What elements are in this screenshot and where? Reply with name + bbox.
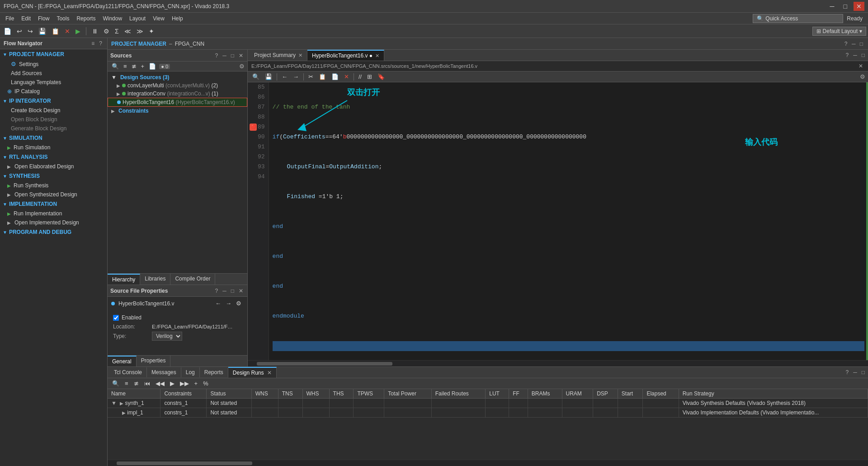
tab-design-runs[interactable]: Design Runs ✕ <box>228 367 277 378</box>
nav-section-header-rtl-analysis[interactable]: ▼ RTL ANALYSIS <box>0 152 107 162</box>
delete-button[interactable]: ✕ <box>63 27 72 36</box>
redo-button[interactable]: ↪ <box>26 27 35 36</box>
menu-flow[interactable]: Flow <box>34 14 53 23</box>
tab-compile-order[interactable]: Compile Order <box>170 274 215 285</box>
tool2-button[interactable]: ≫ <box>135 27 145 36</box>
copy-button[interactable]: 📋 <box>50 27 61 36</box>
dr-percent-button[interactable]: % <box>201 379 210 388</box>
code-content[interactable]: // the end of the tanh if(Coefficients==… <box>269 82 868 360</box>
tab-project-summary[interactable]: Project Summary ✕ <box>250 50 307 60</box>
sources-help-button[interactable]: ? <box>214 52 220 59</box>
editor-cut-button[interactable]: ✂ <box>307 72 315 81</box>
nav-item-generate-block-design[interactable]: Generate Block Design <box>0 124 107 133</box>
editor-forward-button[interactable]: → <box>291 72 301 81</box>
bottom-panel-minimize[interactable]: ─ <box>852 369 859 376</box>
sources-search-button[interactable]: 🔍 <box>110 62 120 70</box>
nav-section-header-ip-integrator[interactable]: ▼ IP INTEGRATOR <box>0 96 107 106</box>
pm-maximize-button[interactable]: □ <box>859 40 864 48</box>
sfp-tab-general[interactable]: General <box>108 356 137 366</box>
close-button[interactable]: ✕ <box>854 2 864 11</box>
editor-hscrollbar[interactable] <box>248 360 868 366</box>
nav-item-run-implementation[interactable]: ▶ Run Implementation <box>0 209 107 218</box>
table-row-impl1[interactable]: ▶ impl_1 constrs_1 Not started <box>108 408 868 418</box>
tool3-button[interactable]: ✦ <box>147 27 156 36</box>
nav-section-header-implementation[interactable]: ▼ IMPLEMENTATION <box>0 199 107 209</box>
nav-item-settings[interactable]: ⚙ Settings <box>0 59 107 69</box>
editor-comment-button[interactable]: // <box>357 72 363 81</box>
tree-item-integrationconv[interactable]: ▶ integrationConv (integrationCo...v) (1… <box>108 90 247 98</box>
nav-item-open-synthesized-design[interactable]: ▶ Open Synthesized Design <box>0 190 107 199</box>
dr-collapse-button[interactable]: ≡ <box>123 379 130 388</box>
nav-item-run-simulation[interactable]: ▶ Run Simulation <box>0 143 107 152</box>
menu-layout[interactable]: Layout <box>126 14 149 23</box>
flow-nav-ctrl2[interactable]: ? <box>98 40 104 47</box>
nav-item-language-templates[interactable]: Language Templates <box>0 78 107 87</box>
sfp-type-select[interactable]: Verilog <box>152 332 182 341</box>
tab-reports[interactable]: Reports <box>200 367 228 377</box>
tab-log[interactable]: Log <box>181 367 200 377</box>
sfp-enabled-checkbox[interactable] <box>113 315 119 321</box>
sources-settings-button[interactable]: ⚙ <box>239 63 245 70</box>
tree-item-hyperbolictangent[interactable]: HyperBolicTangent16 (HyperBolicTangent16… <box>108 98 247 107</box>
maximize-button[interactable]: □ <box>841 2 850 11</box>
editor-path-close[interactable]: ✕ <box>857 62 864 70</box>
dr-add-button[interactable]: + <box>193 379 200 388</box>
dr-first-button[interactable]: ⏮ <box>142 379 152 388</box>
sources-file-button[interactable]: 📄 <box>147 62 157 70</box>
nav-item-ip-catalog[interactable]: ⊕ IP Catalog <box>0 87 107 96</box>
sources-minimize-button[interactable]: ─ <box>221 52 228 59</box>
design-sources-section[interactable]: ▼ Design Sources (3) <box>108 73 247 81</box>
editor-paste-button[interactable]: 📄 <box>330 72 340 81</box>
bottom-hscrollbar[interactable] <box>108 460 868 466</box>
sources-expand-button[interactable]: ≢ <box>130 62 138 70</box>
dr-next-button[interactable]: ▶▶ <box>178 379 191 388</box>
nav-item-run-synthesis[interactable]: ▶ Run Synthesis <box>0 181 107 190</box>
save-button[interactable]: 💾 <box>37 27 48 36</box>
project-summary-tab-close[interactable]: ✕ <box>298 52 302 58</box>
tab-messages[interactable]: Messages <box>147 367 181 377</box>
tree-item-convlayermulti[interactable]: ▶ convLayerMulti (convLayerMulti.v) (2) <box>108 81 247 90</box>
default-layout-button[interactable]: ⊞ Default Layout ▾ <box>812 27 866 36</box>
nav-section-header-synthesis[interactable]: ▼ SYNTHESIS <box>0 171 107 181</box>
sfp-help-button[interactable]: ? <box>214 287 220 295</box>
design-runs-tab-close[interactable]: ✕ <box>267 370 272 376</box>
bottom-panel-help[interactable]: ? <box>844 369 850 376</box>
tool1-button[interactable]: ≪ <box>123 27 133 36</box>
editor-maximize-button[interactable]: □ <box>860 52 866 59</box>
menu-help[interactable]: Help <box>168 14 187 23</box>
sfp-maximize-button[interactable]: □ <box>230 287 236 295</box>
code-editor[interactable]: 85 86 87 88 🔴89 90 91 92 93 94 <box>248 82 868 360</box>
quick-access-box[interactable]: 🔍 Quick Access <box>753 14 843 23</box>
editor-save-button[interactable]: 💾 <box>263 72 274 81</box>
constraints-section[interactable]: ▶ Constraints <box>108 107 247 115</box>
hyperbolictangent-tab-close[interactable]: ✕ <box>375 53 379 59</box>
menu-edit[interactable]: Edit <box>18 14 34 23</box>
menu-tools[interactable]: Tools <box>53 14 73 23</box>
sfp-settings-button[interactable]: ⚙ <box>235 300 243 307</box>
nav-item-add-sources[interactable]: Add Sources <box>0 69 107 78</box>
sources-add-button[interactable]: + <box>140 62 146 70</box>
nav-section-header-program-debug[interactable]: ▼ PROGRAM AND DEBUG <box>0 227 107 237</box>
tab-hierarchy[interactable]: Hierarchy <box>108 274 140 285</box>
dr-run-button[interactable]: ▶ <box>168 379 176 388</box>
sfp-prev-button[interactable]: ← <box>214 300 222 307</box>
editor-minimize-button[interactable]: ─ <box>852 52 859 59</box>
editor-bookmark-button[interactable]: 🔖 <box>376 72 387 81</box>
editor-copy-button[interactable]: 📋 <box>317 72 328 81</box>
dr-prev-button[interactable]: ◀◀ <box>154 379 166 388</box>
sources-collapse-button[interactable]: ≡ <box>122 62 128 70</box>
step-button[interactable]: ⏸ <box>90 27 100 36</box>
pm-minimize-button[interactable]: ─ <box>850 40 857 48</box>
pm-help-button[interactable]: ? <box>843 40 849 48</box>
tab-tcl-console[interactable]: Tcl Console <box>109 367 147 377</box>
editor-help-button[interactable]: ? <box>844 52 850 59</box>
sfp-tab-properties[interactable]: Properties <box>137 356 171 366</box>
editor-delete-button[interactable]: ✕ <box>342 72 351 81</box>
menu-window[interactable]: Window <box>99 14 126 23</box>
nav-item-open-block-design[interactable]: Open Block Design <box>0 115 107 124</box>
editor-split-button[interactable]: ⊞ <box>365 72 374 81</box>
undo-button[interactable]: ↩ <box>15 27 24 36</box>
bottom-panel-maximize[interactable]: □ <box>860 369 866 376</box>
editor-search-button[interactable]: 🔍 <box>250 72 261 81</box>
sources-close-button[interactable]: ✕ <box>237 52 245 59</box>
